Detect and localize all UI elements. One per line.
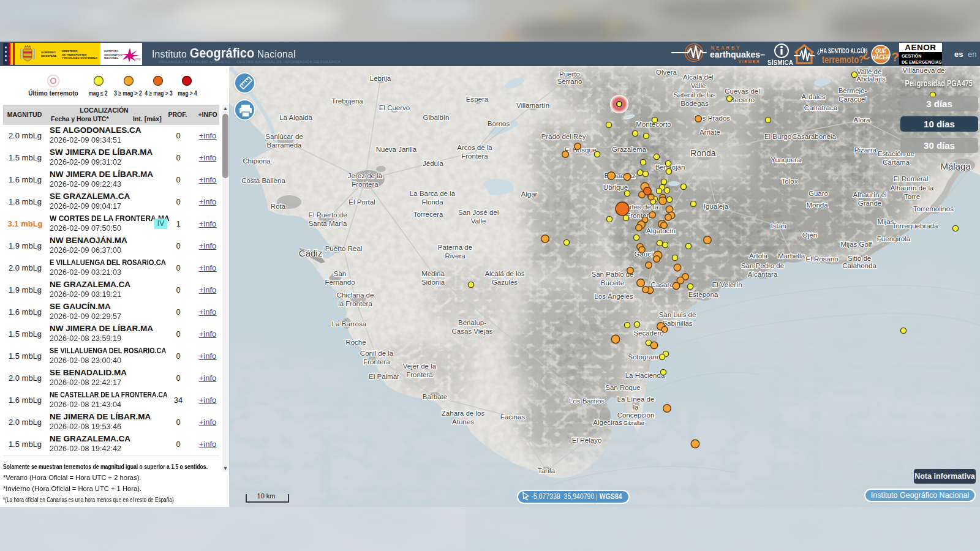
svg-text:Gibalbín: Gibalbín: [423, 114, 450, 121]
svg-text:la: la: [633, 403, 639, 411]
svg-text:Chipiona: Chipiona: [243, 157, 271, 165]
svg-text:La Barrosa: La Barrosa: [332, 320, 367, 328]
svg-text:Alora: Alora: [854, 116, 870, 124]
svg-text:Alcántara: Alcántara: [748, 271, 778, 278]
svg-text:Sidonia: Sidonia: [421, 279, 445, 286]
svg-text:Yunquera: Yunquera: [771, 156, 801, 163]
svg-text:HACER: HACER: [872, 54, 889, 61]
svg-text:Facinas: Facinas: [500, 413, 526, 421]
svg-text:Santa María: Santa María: [309, 220, 347, 227]
svg-text:Frontera: Frontera: [461, 152, 488, 160]
svg-text:Torrecera: Torrecera: [413, 211, 443, 218]
svg-text:Espera: Espera: [466, 96, 489, 103]
svg-text:Torre: Torre: [904, 193, 920, 200]
svg-text:Estepona: Estepona: [688, 291, 718, 298]
svg-text:Ubrique: Ubrique: [603, 184, 628, 191]
svg-text:El Burgo: El Burgo: [764, 133, 791, 140]
svg-text:Bermejo-: Bermejo-: [839, 87, 867, 94]
svg-text:Valle: Valle: [691, 82, 706, 89]
svg-text:Roche: Roche: [345, 339, 366, 346]
svg-text:Florida: Florida: [421, 198, 443, 206]
svg-text:Secadero: Secadero: [633, 329, 663, 337]
svg-text:earthquakes–: earthquakes–: [710, 49, 765, 59]
svg-text:El Cuervo: El Cuervo: [379, 104, 410, 111]
svg-text:Prado del Rey: Prado del Rey: [541, 133, 586, 140]
svg-text:Paterna de: Paterna de: [438, 244, 472, 251]
svg-text:Casarabonela: Casarabonela: [792, 133, 836, 140]
svg-text:Puerto: Puerto: [559, 70, 580, 78]
svg-text:Mijas Golf: Mijas Golf: [840, 241, 872, 248]
svg-text:Sitio de: Sitio de: [848, 255, 871, 262]
svg-text:Frontera: Frontera: [352, 181, 379, 188]
svg-text:Trebujena: Trebujena: [331, 97, 363, 105]
svg-text:El Pelayo: El Pelayo: [572, 437, 602, 444]
svg-text:Puerto Real: Puerto Real: [325, 245, 363, 252]
svg-text:El Palmar: El Palmar: [369, 373, 399, 380]
svg-text:Los Ángeles: Los Ángeles: [594, 293, 633, 300]
svg-text:El Portal: El Portal: [349, 198, 375, 206]
svg-text:Fuengirola: Fuengirola: [877, 235, 911, 242]
svg-text:Artola: Artola: [749, 252, 768, 260]
svg-text:Costa Ballena: Costa Ballena: [241, 177, 285, 184]
svg-text:Algatocín: Algatocín: [646, 227, 676, 234]
svg-text:San Pedro de: San Pedro de: [741, 262, 784, 269]
svg-text:Concepción: Concepción: [617, 411, 655, 419]
svg-text:Sanlúcar de: Sanlúcar de: [265, 133, 303, 140]
svg-text:Alhaurín de la: Alhaurín de la: [891, 184, 935, 192]
svg-text:Buceite: Buceite: [601, 279, 624, 287]
svg-text:Torremolinos: Torremolinos: [913, 205, 954, 212]
svg-text:El Puerto de: El Puerto de: [308, 211, 347, 219]
svg-text:Grazalema: Grazalema: [612, 146, 647, 153]
svg-text:El Velerín: El Velerín: [712, 281, 742, 288]
svg-text:Cuevas del: Cuevas del: [725, 88, 760, 95]
svg-text:Los Barrios: Los Barrios: [569, 397, 605, 405]
svg-text:Caracuel: Caracuel: [839, 96, 867, 103]
svg-text:Gibraltar: Gibraltar: [624, 420, 645, 426]
svg-text:Istán: Istán: [771, 222, 786, 230]
svg-text:San Luis de: San Luis de: [659, 311, 696, 318]
svg-text:Alcalá de los: Alcalá de los: [484, 270, 524, 277]
svg-text:Serrano: Serrano: [557, 78, 582, 85]
svg-text:Nueva Jarilla: Nueva Jarilla: [376, 146, 417, 153]
svg-text:Pizarra: Pizarra: [854, 146, 877, 154]
svg-text:Medina: Medina: [421, 270, 445, 277]
svg-text:Málaga: Málaga: [940, 161, 971, 171]
svg-text:Barbate: Barbate: [423, 393, 447, 400]
svg-text:Chiclana de: Chiclana de: [337, 291, 374, 299]
svg-text:Arcos de la: Arcos de la: [457, 144, 492, 151]
svg-text:Jerez de la: Jerez de la: [348, 172, 383, 179]
svg-text:Marbella: Marbella: [778, 252, 805, 260]
svg-text:Monda: Monda: [806, 201, 828, 209]
svg-text:Ardales: Ardales: [802, 93, 826, 100]
svg-text:Zahara de los: Zahara de los: [442, 410, 485, 417]
svg-text:La Barca de la: La Barca de la: [410, 190, 456, 197]
svg-text:Tolox: Tolox: [782, 178, 798, 185]
svg-text:Frontera: Frontera: [406, 371, 433, 378]
svg-text:Gazules: Gazules: [492, 279, 518, 286]
svg-text:Sabinillas: Sabinillas: [662, 320, 692, 327]
svg-text:Valle: Valle: [471, 217, 486, 225]
svg-text:Algar: Algar: [521, 190, 538, 198]
svg-text:Abdalajís: Abdalajís: [856, 75, 886, 83]
svg-text:Alcalá del: Alcalá del: [683, 73, 714, 81]
svg-text:Atunes: Atunes: [452, 418, 474, 425]
svg-text:Villanueva de: Villanueva de: [903, 67, 945, 74]
svg-text:La Hacienda: La Hacienda: [625, 372, 665, 379]
svg-text:VIEWER: VIEWER: [739, 59, 761, 64]
svg-text:Igualeja: Igualeja: [704, 203, 729, 210]
svg-text:Ronda: Ronda: [690, 148, 715, 158]
svg-text:Arriate: Arriate: [699, 129, 720, 136]
svg-text:Alhaurín el: Alhaurín el: [853, 191, 887, 198]
svg-text:Mijas: Mijas: [878, 218, 894, 225]
svg-text:Olvera: Olvera: [656, 69, 677, 76]
svg-text:Becerro: Becerro: [730, 96, 755, 103]
svg-text:Valle de: Valle de: [857, 68, 882, 75]
svg-text:San Roque: San Roque: [605, 384, 641, 391]
svg-text:Calahonda: Calahonda: [842, 262, 876, 269]
svg-text:Rivera: Rivera: [445, 252, 466, 260]
svg-text:Ojén: Ojén: [802, 231, 817, 239]
svg-text:Bodegas: Bodegas: [680, 100, 709, 107]
svg-text:El Rosano: El Rosano: [805, 255, 838, 263]
svg-text:La Algaida: La Algaida: [279, 114, 312, 121]
svg-text:Lebrija: Lebrija: [370, 75, 391, 82]
